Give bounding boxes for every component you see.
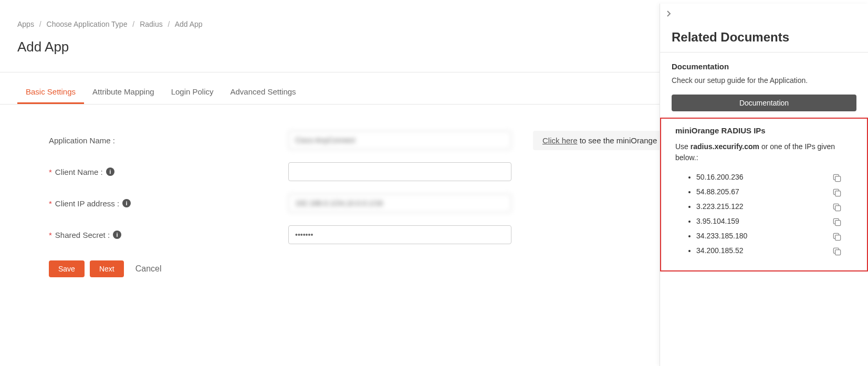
breadcrumb-link-radius[interactable]: Radius xyxy=(140,20,163,28)
radius-hint-banner: Click here to see the miniOrange R xyxy=(533,131,674,150)
tab-advanced-settings[interactable]: Advanced Settings xyxy=(222,81,305,104)
required-mark: * xyxy=(49,168,52,176)
cell-application-name xyxy=(288,131,511,150)
documentation-heading: Documentation xyxy=(672,62,856,71)
ip-value: 34.233.185.180 xyxy=(696,232,747,240)
application-name-input[interactable] xyxy=(288,131,511,150)
radius-ip-box: miniOrange RADIUS IPs Use radius.xecurif… xyxy=(660,118,868,271)
ip-item: 34.233.185.180 xyxy=(696,232,853,240)
copy-icon[interactable] xyxy=(832,232,842,242)
copy-icon[interactable] xyxy=(832,202,842,213)
cancel-button[interactable]: Cancel xyxy=(129,260,168,278)
breadcrumb-sep: / xyxy=(132,20,134,28)
copy-icon[interactable] xyxy=(832,187,842,198)
info-icon[interactable]: i xyxy=(113,231,121,239)
svg-rect-3 xyxy=(835,221,841,226)
hint-text: to see the miniOrange R xyxy=(580,136,665,145)
label-text: Client Name : xyxy=(55,168,103,176)
ip-value: 3.223.215.122 xyxy=(696,202,744,211)
ip-use-text: Use xyxy=(675,142,691,151)
ip-heading: miniOrange RADIUS IPs xyxy=(675,126,853,135)
client-ip-input[interactable] xyxy=(288,194,511,213)
label-client-ip: * Client IP address : i xyxy=(49,199,288,208)
copy-icon[interactable] xyxy=(832,217,842,227)
cell-shared-secret xyxy=(288,225,511,244)
label-application-name: Application Name : xyxy=(49,136,288,145)
next-button[interactable]: Next xyxy=(90,260,124,277)
label-text: Shared Secret : xyxy=(55,231,110,239)
ip-desc: Use radius.xecurify.com or one of the IP… xyxy=(675,141,853,163)
breadcrumb-link-apps[interactable]: Apps xyxy=(17,20,34,28)
ip-item: 54.88.205.67 xyxy=(696,187,853,196)
ip-value: 3.95.104.159 xyxy=(696,217,739,225)
documentation-button[interactable]: Documentation xyxy=(672,95,856,111)
panel-documentation-section: Documentation Check our setup guide for … xyxy=(660,53,868,86)
svg-rect-1 xyxy=(835,191,841,196)
save-button[interactable]: Save xyxy=(49,260,85,277)
label-shared-secret: * Shared Secret : i xyxy=(49,231,288,239)
related-documents-panel: Related Documents Documentation Check ou… xyxy=(660,4,868,366)
panel-title: Related Documents xyxy=(660,4,868,53)
ip-list: 50.16.200.236 54.88.205.67 3.223.215.122… xyxy=(696,173,853,255)
required-mark: * xyxy=(49,231,52,239)
tab-attribute-mapping[interactable]: Attribute Mapping xyxy=(84,81,163,104)
ip-value: 50.16.200.236 xyxy=(696,173,744,181)
ip-item: 3.95.104.159 xyxy=(696,217,853,225)
required-mark: * xyxy=(49,199,52,208)
ip-value: 54.88.205.67 xyxy=(696,187,739,196)
label-text: Application Name : xyxy=(49,136,115,145)
shared-secret-input[interactable] xyxy=(288,225,511,244)
cell-client-name xyxy=(288,162,511,181)
collapse-panel-icon[interactable] xyxy=(666,10,672,19)
ip-item: 34.200.185.52 xyxy=(696,246,853,255)
breadcrumb-sep: / xyxy=(39,20,41,28)
label-text: Client IP address : xyxy=(55,199,119,208)
breadcrumb-link-choose[interactable]: Choose Application Type xyxy=(47,20,128,28)
ip-item: 50.16.200.236 xyxy=(696,173,853,181)
breadcrumb-current: Add App xyxy=(175,20,203,28)
tab-login-policy[interactable]: Login Policy xyxy=(163,81,222,104)
info-icon[interactable]: i xyxy=(122,199,131,207)
svg-rect-2 xyxy=(835,206,841,211)
svg-rect-4 xyxy=(835,235,841,240)
documentation-desc: Check our setup guide for the Applicatio… xyxy=(672,75,856,86)
info-icon[interactable]: i xyxy=(106,168,114,176)
ip-host: radius.xecurify.com xyxy=(691,142,759,151)
breadcrumb-sep: / xyxy=(168,20,170,28)
client-name-input[interactable] xyxy=(288,162,511,181)
ip-value: 34.200.185.52 xyxy=(696,246,744,255)
svg-rect-0 xyxy=(835,176,841,182)
label-client-name: * Client Name : i xyxy=(49,168,288,176)
copy-icon[interactable] xyxy=(832,246,842,257)
click-here-link[interactable]: Click here xyxy=(542,136,578,145)
cell-client-ip xyxy=(288,194,511,213)
copy-icon[interactable] xyxy=(832,173,842,183)
ip-item: 3.223.215.122 xyxy=(696,202,853,211)
svg-rect-5 xyxy=(835,250,841,255)
tab-basic-settings[interactable]: Basic Settings xyxy=(17,81,84,104)
